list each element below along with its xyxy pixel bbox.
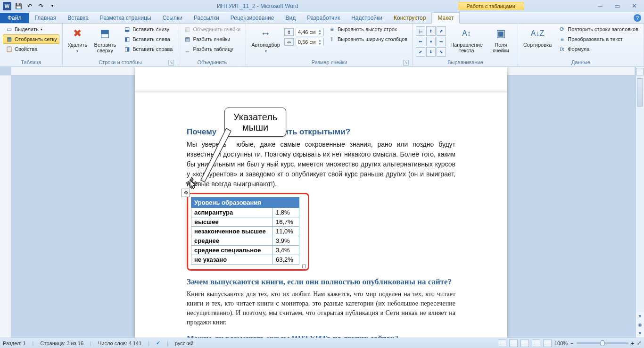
tab-insert[interactable]: Вставка [62, 13, 94, 23]
insert-above-button[interactable]: ⬒Вставить сверху [91, 25, 119, 55]
properties-icon: 📋 [5, 45, 13, 53]
select-icon: ▭ [5, 25, 13, 33]
distribute-cols-button[interactable]: ⦀Выровнять ширину столбцов [326, 34, 410, 44]
autofit-button[interactable]: ↔Автоподбор▾ [249, 25, 282, 56]
row-height-input[interactable]: 4,46 см▲▼ [296, 28, 324, 36]
group-rows-cols: ✖Удалить▾ ⬒Вставить сверху ⬓Вставить сни… [63, 24, 179, 66]
group-alignment: ⬱⬆⬈ ⬅●➡ ⬋⬇⬊ A↕Направление текста ▣Поля я… [413, 24, 518, 66]
align-mr[interactable]: ➡ [437, 37, 446, 46]
tab-home[interactable]: Главная [29, 13, 62, 23]
document-canvas[interactable]: Почемухххххххххххххххить открытыми? Мы у… [11, 67, 636, 338]
status-language[interactable]: русский [175, 340, 193, 346]
tab-mailings[interactable]: Рассылки [188, 13, 225, 23]
redo-icon[interactable]: ↷ [36, 1, 46, 11]
status-section[interactable]: Раздел: 1 [3, 340, 26, 346]
group-alignment-label: Выравнивание [416, 58, 515, 66]
sort-button[interactable]: A↓ZСортировка [521, 25, 554, 49]
insert-below-icon: ⬓ [123, 25, 131, 33]
group-data-label: Данные [521, 58, 641, 66]
table-resize-handle-icon[interactable] [302, 265, 306, 268]
ruler-toggle-icon[interactable] [636, 68, 644, 75]
align-bc[interactable]: ⬇ [426, 47, 436, 57]
prev-page-icon[interactable]: ◉ [636, 321, 644, 329]
word-app-icon[interactable]: W [2, 1, 12, 11]
insert-right-button[interactable]: ◨Вставить справа [121, 44, 175, 54]
select-button[interactable]: ▭Выделить▾ [3, 25, 59, 34]
merge-cells-icon: ▥ [183, 25, 191, 33]
document-page: Почемухххххххххххххххить открытыми? Мы у… [135, 92, 507, 338]
tab-review[interactable]: Рецензирование [225, 13, 280, 23]
align-bl[interactable]: ⬋ [416, 47, 425, 57]
fit-page-icon[interactable]: ⤢ [637, 340, 641, 346]
zoom-level[interactable]: 100% [554, 340, 568, 346]
formula-button[interactable]: fxФормула [556, 44, 641, 54]
align-ml[interactable]: ⬅ [416, 37, 425, 46]
repeat-header-button[interactable]: ⟳Повторить строки заголовков [556, 25, 641, 34]
tab-references[interactable]: Ссылки [157, 13, 188, 23]
insert-left-button[interactable]: ◧Вставить слева [121, 34, 175, 44]
restore-icon[interactable]: ▭ [612, 2, 622, 9]
education-table[interactable]: Уровень образования аспирантура1,8% высш… [191, 197, 299, 265]
proofing-icon[interactable]: ✔ [156, 340, 160, 346]
insert-right-icon: ◨ [123, 45, 131, 53]
col-width-input[interactable]: 0,56 см▲▼ [296, 38, 324, 46]
insert-below-button[interactable]: ⬓Вставить снизу [121, 25, 175, 34]
scroll-down-icon[interactable]: ▼ [636, 312, 644, 321]
minimize-icon[interactable]: ─ [595, 2, 605, 9]
split-cells-button[interactable]: ▤Разбить ячейки [181, 34, 243, 44]
quick-access-toolbar: W 💾 ↶ ↷ ▾ [0, 1, 58, 11]
status-page[interactable]: Страница: 3 из 16 [40, 340, 83, 346]
view-draft-icon[interactable] [543, 340, 552, 347]
distribute-rows-button[interactable]: ≡Выровнять высоту строк [326, 25, 410, 34]
align-tr[interactable]: ⬈ [437, 26, 446, 36]
tab-developer[interactable]: Разработчик [301, 13, 346, 23]
to-text-button[interactable]: ≡Преобразовать в текст [556, 34, 641, 44]
heading-3: Можно ли размещать курсы ИНТУИТа на друг… [187, 334, 455, 338]
delete-button[interactable]: ✖Удалить▾ [66, 25, 90, 56]
next-page-icon[interactable]: ▼ [636, 329, 644, 338]
close-icon[interactable]: ✕ [629, 2, 639, 9]
text-direction-button[interactable]: A↕Направление текста [448, 25, 485, 55]
view-full-screen-icon[interactable] [509, 340, 518, 347]
table-row: незаконченное высшее11,0% [191, 227, 299, 236]
zoom-out-icon[interactable]: − [570, 340, 573, 346]
col-width-icon: ⇔ [284, 38, 294, 46]
align-br[interactable]: ⬊ [437, 47, 446, 57]
zoom-slider[interactable] [577, 342, 628, 344]
tab-design[interactable]: Конструктор [388, 13, 431, 23]
undo-icon[interactable]: ↶ [25, 1, 35, 11]
gridlines-button[interactable]: ▦Отобразить сетку [3, 34, 59, 44]
tab-addins[interactable]: Надстройки [346, 13, 388, 23]
cell-size-dialog-launcher[interactable]: ↘ [403, 60, 409, 66]
tab-page-layout[interactable]: Разметка страницы [94, 13, 157, 23]
cell-margins-button[interactable]: ▣Поля ячейки [487, 25, 515, 55]
properties-label: Свойства [15, 46, 37, 52]
align-tc[interactable]: ⬆ [426, 26, 436, 36]
table-header: Уровень образования [191, 198, 299, 208]
tab-view[interactable]: Вид [280, 13, 301, 23]
properties-button[interactable]: 📋Свойства [3, 44, 59, 54]
cell-margins-icon: ▣ [493, 26, 508, 41]
split-table-button[interactable]: ⎯Разбить таблицу [181, 44, 243, 54]
tab-layout[interactable]: Макет [431, 12, 460, 24]
table-move-handle-icon[interactable]: ✥ [182, 189, 190, 197]
save-icon[interactable]: 💾 [13, 1, 24, 11]
view-print-layout-icon[interactable] [498, 340, 506, 347]
merge-cells-button[interactable]: ▥Объединить ячейки [181, 25, 243, 34]
zoom-in-icon[interactable]: + [631, 340, 634, 346]
align-mc[interactable]: ● [426, 37, 436, 46]
insert-left-icon: ◧ [123, 35, 131, 43]
file-tab[interactable]: Файл [0, 13, 29, 23]
vertical-ruler[interactable] [0, 75, 11, 338]
gridlines-icon: ▦ [5, 35, 13, 43]
view-outline-icon[interactable] [532, 340, 540, 347]
help-icon[interactable]: ? [634, 14, 641, 22]
align-tl[interactable]: ⬱ [416, 26, 425, 36]
qat-customize-icon[interactable]: ▾ [47, 1, 58, 11]
vertical-scrollbar[interactable]: ▲ ▼ ◉ ▼ [636, 67, 644, 338]
rows-cols-dialog-launcher[interactable]: ↘ [168, 60, 174, 66]
gridlines-label: Отобразить сетку [15, 36, 57, 42]
ribbon-tabs: Файл Главная Вставка Разметка страницы С… [0, 12, 644, 24]
view-web-layout-icon[interactable] [520, 340, 529, 347]
status-words[interactable]: Число слов: 4 141 [98, 340, 141, 346]
